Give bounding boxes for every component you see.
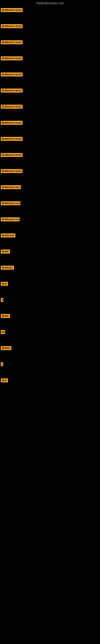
results-container: Bottleneck resultBottleneck resultBottle…: [0, 7, 100, 393]
bottleneck-badge-9[interactable]: Bottleneck result: [1, 153, 23, 157]
result-row-1: Bottleneck result: [0, 23, 100, 39]
result-row-16: Bottlenec: [0, 264, 100, 280]
bottleneck-badge-16[interactable]: Bottlenec: [1, 266, 14, 270]
result-row-6: Bottleneck result: [0, 104, 100, 120]
result-row-10: Bottleneck result: [0, 168, 100, 184]
result-row-18: B: [0, 297, 100, 313]
bottleneck-badge-20[interactable]: Bo: [1, 330, 5, 334]
result-row-20: Bo: [0, 329, 100, 345]
bottleneck-badge-6[interactable]: Bottleneck result: [1, 105, 23, 109]
result-row-22: |: [0, 361, 100, 377]
bottleneck-badge-23[interactable]: Bott: [1, 378, 8, 382]
result-row-13: Bottleneck resu: [0, 216, 100, 232]
bottleneck-badge-5[interactable]: Bottleneck result: [1, 88, 23, 92]
result-row-0: Bottleneck result: [0, 7, 100, 23]
bottleneck-badge-4[interactable]: Bottleneck result: [1, 72, 23, 76]
result-row-19: Bottle: [0, 313, 100, 329]
result-row-7: Bottleneck result: [0, 120, 100, 136]
bottleneck-badge-15[interactable]: Bottle: [1, 250, 10, 254]
bottleneck-badge-10[interactable]: Bottleneck result: [1, 169, 22, 173]
bottleneck-badge-22[interactable]: |: [1, 362, 3, 366]
site-title: TheBottlenecker.com: [0, 0, 100, 7]
bottleneck-badge-7[interactable]: Bottleneck result: [1, 121, 23, 125]
result-row-8: Bottleneck result: [0, 136, 100, 152]
result-row-2: Bottleneck result: [0, 39, 100, 55]
result-row-15: Bottle: [0, 248, 100, 264]
result-row-23: Bott: [0, 377, 100, 393]
bottleneck-badge-14[interactable]: Bottleneck: [1, 234, 15, 238]
result-row-11: Bottleneck resu: [0, 184, 100, 200]
result-row-17: Bott: [0, 280, 100, 297]
result-row-3: Bottleneck result: [0, 55, 100, 71]
result-row-14: Bottleneck: [0, 232, 100, 248]
bottleneck-badge-19[interactable]: Bottle: [1, 314, 10, 318]
result-row-21: Bottlen: [0, 345, 100, 361]
bottleneck-badge-0[interactable]: Bottleneck result: [1, 8, 23, 12]
bottleneck-badge-17[interactable]: Bott: [1, 282, 8, 286]
bottleneck-badge-2[interactable]: Bottleneck result: [1, 40, 23, 44]
result-row-9: Bottleneck result: [0, 152, 100, 168]
result-row-4: Bottleneck result: [0, 71, 100, 87]
bottleneck-badge-21[interactable]: Bottlen: [1, 346, 11, 350]
result-row-5: Bottleneck result: [0, 87, 100, 104]
bottleneck-badge-12[interactable]: Bottleneck resu: [1, 201, 20, 205]
bottleneck-badge-11[interactable]: Bottleneck resu: [1, 185, 21, 189]
bottleneck-badge-18[interactable]: B: [1, 298, 3, 302]
bottleneck-badge-3[interactable]: Bottleneck result: [1, 56, 23, 60]
result-row-12: Bottleneck resu: [0, 200, 100, 216]
bottleneck-badge-1[interactable]: Bottleneck result: [1, 24, 23, 28]
bottleneck-badge-13[interactable]: Bottleneck resu: [1, 217, 20, 222]
bottleneck-badge-8[interactable]: Bottleneck result: [1, 137, 23, 141]
